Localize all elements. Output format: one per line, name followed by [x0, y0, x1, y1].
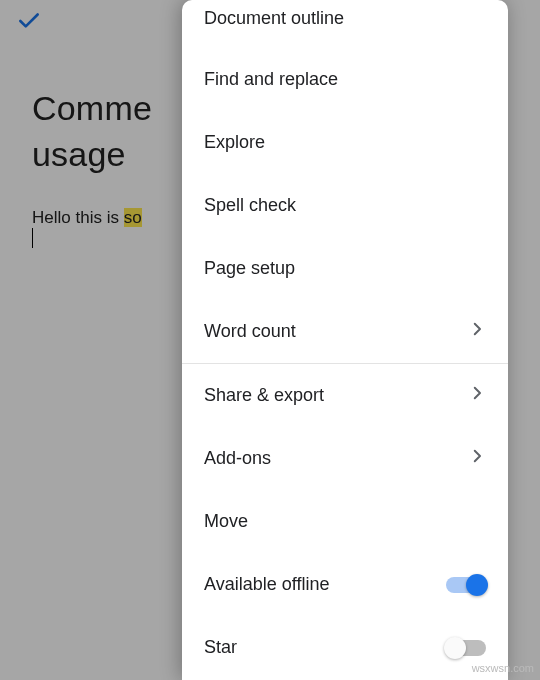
menu-label: Page setup — [204, 258, 295, 279]
menu-document-outline[interactable]: Document outline — [182, 0, 508, 48]
chevron-right-icon — [468, 320, 486, 343]
menu-label: Move — [204, 511, 248, 532]
menu-label: Document outline — [204, 8, 344, 29]
menu-word-count[interactable]: Word count — [182, 300, 508, 363]
menu-label: Available offline — [204, 574, 329, 595]
menu-find-and-replace[interactable]: Find and replace — [182, 48, 508, 111]
menu-page-setup[interactable]: Page setup — [182, 237, 508, 300]
menu-label: Find and replace — [204, 69, 338, 90]
menu-label: Word count — [204, 321, 296, 342]
offline-toggle[interactable] — [446, 577, 486, 593]
toggle-knob — [444, 637, 466, 659]
chevron-right-icon — [468, 447, 486, 470]
menu-label: Explore — [204, 132, 265, 153]
menu-label: Spell check — [204, 195, 296, 216]
overflow-menu: Document outline Find and replace Explor… — [182, 0, 508, 680]
menu-label: Add-ons — [204, 448, 271, 469]
menu-star[interactable]: Star — [182, 616, 508, 679]
star-toggle[interactable] — [446, 640, 486, 656]
menu-move[interactable]: Move — [182, 490, 508, 553]
menu-label: Star — [204, 637, 237, 658]
menu-add-ons[interactable]: Add-ons — [182, 427, 508, 490]
menu-available-offline[interactable]: Available offline — [182, 553, 508, 616]
menu-spell-check[interactable]: Spell check — [182, 174, 508, 237]
toggle-knob — [466, 574, 488, 596]
watermark: wsxwsn.com — [472, 662, 534, 674]
chevron-right-icon — [468, 384, 486, 407]
menu-share-export[interactable]: Share & export — [182, 364, 508, 427]
menu-label: Share & export — [204, 385, 324, 406]
menu-explore[interactable]: Explore — [182, 111, 508, 174]
